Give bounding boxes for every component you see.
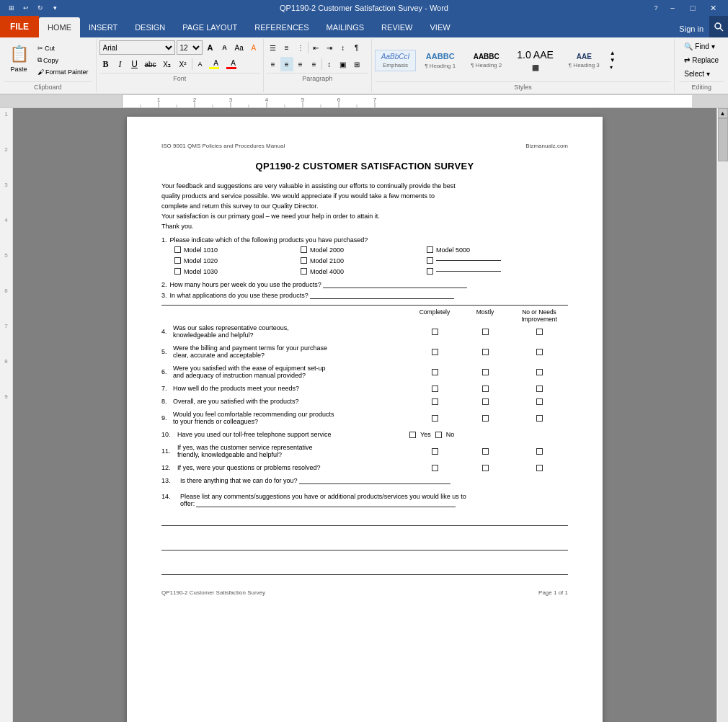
increase-font-button[interactable]: A <box>204 40 217 55</box>
line-spacing-button[interactable]: ↕ <box>323 57 336 71</box>
checkbox-blank2[interactable] <box>427 268 433 275</box>
replace-button[interactable]: ⇄ Replace <box>679 54 724 66</box>
q11-cb1[interactable] <box>409 448 460 455</box>
sort-button[interactable]: ↕ <box>337 40 350 55</box>
checkbox-blank1[interactable] <box>427 257 433 264</box>
font-size-select[interactable]: 12 <box>177 40 203 55</box>
italic-button[interactable]: I <box>114 57 127 71</box>
doc-scroll[interactable]: ISO 9001 QMS Policies and Procedures Man… <box>13 108 716 722</box>
q9-cb3[interactable] <box>510 415 568 422</box>
q12-cb2[interactable] <box>460 465 510 471</box>
checkbox-5000[interactable] <box>427 246 433 253</box>
decrease-indent-button[interactable]: ⇤ <box>309 40 322 55</box>
q5-cb2[interactable] <box>460 349 510 355</box>
checkbox-1010[interactable] <box>174 246 181 253</box>
clear-format-button[interactable]: Aa <box>233 40 246 55</box>
scroll-thumb[interactable] <box>718 118 728 161</box>
q4-cb1[interactable] <box>409 329 460 335</box>
q12-cb1[interactable] <box>409 465 460 471</box>
tab-home[interactable]: HOME <box>39 17 80 37</box>
q7-cb1[interactable] <box>409 385 460 392</box>
styles-down-icon[interactable]: ▼ <box>610 57 616 63</box>
styles-scroll[interactable]: ▲ ▼ ▾ <box>610 50 616 71</box>
checkbox-2100[interactable] <box>301 257 307 264</box>
strikethrough-button[interactable]: abc <box>143 57 159 71</box>
numbering-button[interactable]: ≡ <box>280 40 293 55</box>
maximize-button[interactable]: □ <box>683 0 702 16</box>
q5-cb1[interactable] <box>409 349 460 355</box>
bullets-button[interactable]: ☰ <box>267 40 280 55</box>
copy-button[interactable]: ⧉ Copy <box>35 55 92 66</box>
style-heading3[interactable]: AAE¶ Heading 3 <box>562 50 606 71</box>
style-heading2[interactable]: AABBC¶ Heading 2 <box>464 50 508 71</box>
q7-cb3[interactable] <box>510 385 568 392</box>
find-button[interactable]: 🔍 Find ▾ <box>679 40 724 53</box>
justify-button[interactable]: ≡ <box>308 57 321 71</box>
align-right-button[interactable]: ≡ <box>294 57 307 71</box>
q9-cb2[interactable] <box>460 415 510 422</box>
tab-mailings[interactable]: MAILINGS <box>318 17 373 37</box>
q11-cb2[interactable] <box>460 448 510 455</box>
cut-button[interactable]: ✂ Cut <box>35 43 92 53</box>
text-highlight-button[interactable]: A <box>208 57 224 71</box>
styles-up-icon[interactable]: ▲ <box>610 50 616 56</box>
borders-button[interactable]: ⊞ <box>350 57 363 71</box>
q10-yes-cb[interactable] <box>409 432 416 438</box>
styles-more-icon[interactable]: ▾ <box>610 64 616 71</box>
scroll-up-button[interactable]: ▲ <box>718 108 728 118</box>
tab-review[interactable]: REVIEW <box>373 17 421 37</box>
paste-button[interactable]: 📋 Paste <box>4 40 33 75</box>
select-button[interactable]: Select ▾ <box>679 68 724 80</box>
scrollbar[interactable]: ▲ ▼ <box>716 108 728 722</box>
highlight-button[interactable]: A <box>247 40 260 55</box>
shading-button[interactable]: ▣ <box>337 57 350 71</box>
help-icon[interactable]: ? <box>650 2 662 14</box>
tab-design[interactable]: DESIGN <box>126 17 174 37</box>
superscript-button[interactable]: X² <box>176 57 190 71</box>
subscript-button[interactable]: X₂ <box>160 57 174 71</box>
style-emphasis[interactable]: AaBbCcIEmphasis <box>375 50 416 71</box>
sign-in-button[interactable]: Sign in <box>673 20 709 37</box>
q9-cb1[interactable] <box>409 415 460 422</box>
tab-file[interactable]: FILE <box>0 16 39 37</box>
q4-cb3[interactable] <box>510 329 568 335</box>
tab-references[interactable]: REFERENCES <box>246 17 317 37</box>
q11-cb3[interactable] <box>510 448 568 455</box>
q7-cb2[interactable] <box>460 385 510 392</box>
tab-view[interactable]: VIEW <box>422 17 459 37</box>
close-button[interactable]: ✕ <box>703 0 722 16</box>
q8-cb1[interactable] <box>409 398 460 405</box>
redo-icon[interactable]: ↻ <box>35 2 46 14</box>
multilevel-button[interactable]: ⋮ <box>294 40 307 55</box>
q8-cb2[interactable] <box>460 398 510 405</box>
show-formatting-button[interactable]: ¶ <box>350 40 363 55</box>
q10-no-cb[interactable] <box>435 432 442 438</box>
tab-page-layout[interactable]: PAGE LAYOUT <box>174 17 246 37</box>
font-name-select[interactable]: Arial <box>99 40 175 55</box>
underline-button[interactable]: U <box>128 57 141 71</box>
align-left-button[interactable]: ≡ <box>267 57 280 71</box>
customize-icon[interactable]: ▾ <box>49 2 61 14</box>
q8-cb3[interactable] <box>510 398 568 405</box>
format-painter-button[interactable]: 🖌 Format Painter <box>35 67 92 77</box>
minimize-button[interactable]: − <box>663 0 682 16</box>
q4-cb2[interactable] <box>460 329 510 335</box>
q12-cb3[interactable] <box>510 465 568 471</box>
undo-icon[interactable]: ↩ <box>20 2 32 14</box>
checkbox-1020[interactable] <box>174 257 181 264</box>
q5-cb3[interactable] <box>510 349 568 355</box>
style-heading1[interactable]: AABBC¶ Heading 1 <box>418 49 462 72</box>
q6-cb2[interactable] <box>460 369 510 375</box>
align-center-button[interactable]: ≡ <box>280 57 293 71</box>
text-effects-button[interactable]: A <box>194 57 207 71</box>
search-toolbar-button[interactable] <box>709 16 728 37</box>
tab-insert[interactable]: INSERT <box>80 17 126 37</box>
decrease-font-button[interactable]: A <box>218 40 231 55</box>
q6-cb1[interactable] <box>409 369 460 375</box>
q6-cb3[interactable] <box>510 369 568 375</box>
style-normal[interactable]: 1.0 AAE⬛ <box>510 46 560 75</box>
checkbox-4000[interactable] <box>301 268 307 275</box>
increase-indent-button[interactable]: ⇥ <box>323 40 336 55</box>
checkbox-1030[interactable] <box>174 268 181 275</box>
checkbox-2000[interactable] <box>301 246 307 253</box>
